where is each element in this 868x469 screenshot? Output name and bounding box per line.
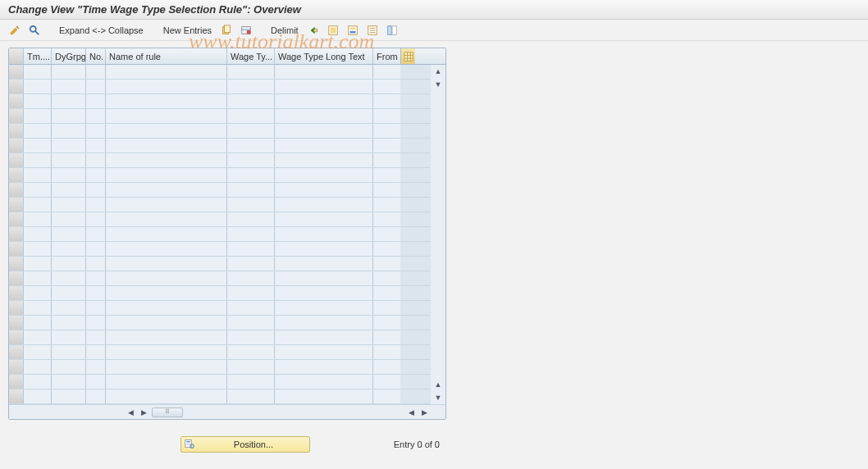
row-selector[interactable]	[9, 316, 24, 330]
cell-no[interactable]	[86, 65, 106, 79]
cell-from[interactable]	[373, 94, 400, 108]
cell-name[interactable]	[106, 124, 227, 138]
cell-no[interactable]	[86, 345, 106, 359]
row-selector[interactable]	[9, 80, 24, 93]
row-selector[interactable]	[9, 271, 24, 285]
delimit-button[interactable]: Delimit	[269, 25, 300, 35]
cell-no[interactable]	[86, 330, 106, 344]
cell-tm[interactable]	[24, 360, 52, 374]
cell-from[interactable]	[373, 242, 400, 256]
cell-name[interactable]	[106, 183, 227, 197]
cell-wagelong[interactable]	[275, 286, 373, 300]
cell-no[interactable]	[86, 94, 106, 108]
cell-dygrpg[interactable]	[52, 139, 86, 153]
edit-icon[interactable]	[8, 24, 21, 37]
delete-icon[interactable]	[240, 24, 253, 37]
cell-wagelong[interactable]	[275, 168, 373, 182]
cell-wagety[interactable]	[227, 330, 275, 344]
cell-name[interactable]	[106, 360, 227, 374]
cell-wagety[interactable]	[227, 389, 275, 403]
scroll-thumb-top-icon[interactable]: ▼	[431, 78, 445, 91]
row-selector-header[interactable]	[9, 48, 24, 64]
cell-wagelong[interactable]	[275, 94, 373, 108]
cell-wagety[interactable]	[227, 271, 275, 285]
cell-wagety[interactable]	[227, 212, 275, 226]
cell-from[interactable]	[373, 153, 400, 167]
cell-wagelong[interactable]	[275, 375, 373, 389]
cell-wagety[interactable]	[227, 242, 275, 256]
column-dygrpg[interactable]: DyGrpg	[52, 48, 86, 64]
cell-wagety[interactable]	[227, 301, 275, 315]
cell-no[interactable]	[86, 242, 106, 256]
cell-name[interactable]	[106, 375, 227, 389]
cell-dygrpg[interactable]	[52, 153, 86, 167]
cell-tm[interactable]	[24, 198, 52, 212]
cell-name[interactable]	[106, 153, 227, 167]
cell-from[interactable]	[373, 316, 400, 330]
row-selector[interactable]	[9, 286, 24, 300]
cell-tm[interactable]	[24, 168, 52, 182]
cell-wagelong[interactable]	[275, 330, 373, 344]
undo-icon[interactable]	[307, 24, 320, 37]
cell-name[interactable]	[106, 316, 227, 330]
cell-dygrpg[interactable]	[52, 375, 86, 389]
cell-wagety[interactable]	[227, 168, 275, 182]
cell-tm[interactable]	[24, 212, 52, 226]
cell-from[interactable]	[373, 198, 400, 212]
expand-collapse-button[interactable]: Expand <-> Collapse	[57, 25, 145, 35]
row-selector[interactable]	[9, 65, 24, 79]
scroll-left-2-icon[interactable]: ◀	[404, 406, 418, 419]
cell-tm[interactable]	[24, 124, 52, 138]
select-all-icon[interactable]	[327, 24, 340, 37]
cell-name[interactable]	[106, 94, 227, 108]
hscroll-thumb[interactable]: ⠿	[152, 408, 183, 417]
row-selector[interactable]	[9, 212, 24, 226]
cell-tm[interactable]	[24, 389, 52, 403]
cell-dygrpg[interactable]	[52, 330, 86, 344]
cell-wagelong[interactable]	[275, 242, 373, 256]
row-selector[interactable]	[9, 183, 24, 197]
row-selector[interactable]	[9, 153, 24, 167]
cell-tm[interactable]	[24, 301, 52, 315]
cell-from[interactable]	[373, 109, 400, 123]
row-selector[interactable]	[9, 330, 24, 344]
cell-from[interactable]	[373, 286, 400, 300]
cell-wagelong[interactable]	[275, 183, 373, 197]
row-selector[interactable]	[9, 301, 24, 315]
cell-dygrpg[interactable]	[52, 212, 86, 226]
cell-name[interactable]	[106, 198, 227, 212]
cell-no[interactable]	[86, 183, 106, 197]
cell-tm[interactable]	[24, 153, 52, 167]
cell-no[interactable]	[86, 227, 106, 241]
cell-name[interactable]	[106, 257, 227, 271]
row-selector[interactable]	[9, 124, 24, 138]
row-selector[interactable]	[9, 375, 24, 389]
scroll-right-1-icon[interactable]: ▶	[137, 406, 150, 419]
deselect-all-icon[interactable]	[366, 24, 379, 37]
cell-wagety[interactable]	[227, 345, 275, 359]
cell-no[interactable]	[86, 257, 106, 271]
cell-no[interactable]	[86, 124, 106, 138]
cell-wagelong[interactable]	[275, 360, 373, 374]
cell-wagety[interactable]	[227, 124, 275, 138]
cell-wagety[interactable]	[227, 183, 275, 197]
cell-from[interactable]	[373, 389, 400, 403]
row-selector[interactable]	[9, 389, 24, 403]
cell-wagelong[interactable]	[275, 345, 373, 359]
cell-tm[interactable]	[24, 257, 52, 271]
scroll-thumb-bottom-icon[interactable]: ▲	[431, 378, 445, 391]
cell-wagety[interactable]	[227, 286, 275, 300]
cell-name[interactable]	[106, 389, 227, 403]
cell-name[interactable]	[106, 242, 227, 256]
column-tm[interactable]: Tm....	[24, 48, 52, 64]
cell-wagelong[interactable]	[275, 109, 373, 123]
cell-wagety[interactable]	[227, 153, 275, 167]
cell-name[interactable]	[106, 330, 227, 344]
cell-from[interactable]	[373, 65, 400, 79]
cell-wagelong[interactable]	[275, 139, 373, 153]
cell-wagety[interactable]	[227, 316, 275, 330]
scroll-up-icon[interactable]: ▲	[431, 65, 445, 78]
cell-tm[interactable]	[24, 330, 52, 344]
cell-wagety[interactable]	[227, 94, 275, 108]
cell-tm[interactable]	[24, 242, 52, 256]
